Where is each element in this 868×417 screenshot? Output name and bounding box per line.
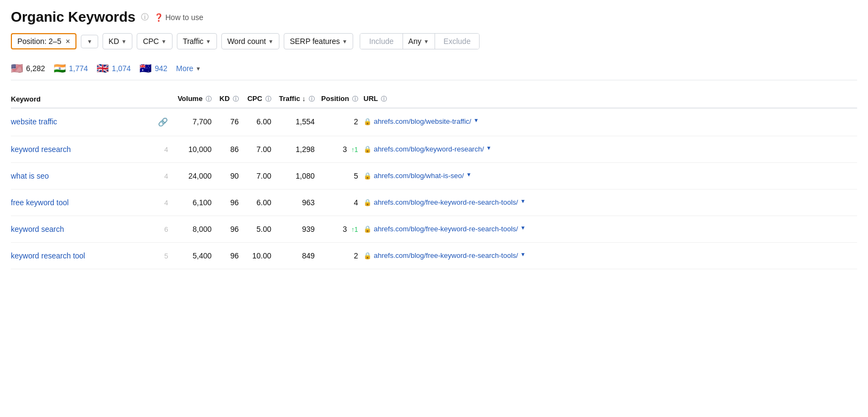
link-icon: 🔗 — [158, 117, 168, 127]
volume-cell: 7,700 — [174, 108, 217, 136]
url-dropdown-icon[interactable]: ▼ — [520, 198, 526, 204]
more-countries-button[interactable]: More ▼ — [176, 64, 201, 73]
url-cell: 🔒ahrefs.com/blog/free-keyword-re-search-… — [363, 216, 857, 243]
url-link[interactable]: ahrefs.com/blog/free-keyword-re-search-t… — [374, 251, 518, 260]
word-count-filter[interactable]: Word count ▼ — [221, 33, 279, 49]
url-dropdown-icon[interactable]: ▼ — [486, 145, 492, 151]
filter-bar: Position: 2–5 × ▼ KD ▼ CPC ▼ Traffic ▼ W… — [11, 33, 857, 49]
any-dropdown[interactable]: Any ▼ — [403, 34, 435, 49]
col-header-cpc[interactable]: CPC ⓘ — [244, 90, 277, 108]
country-us[interactable]: 🇺🇸 6,282 — [11, 62, 45, 74]
country-in-count: 1,774 — [69, 64, 88, 73]
chevron-down-icon: ▼ — [268, 39, 273, 45]
badge-cell: 6 — [152, 216, 174, 243]
col-header-volume[interactable]: Volume ⓘ — [174, 90, 217, 108]
table-row: website traffic🔗7,700766.001,5542🔒ahrefs… — [11, 108, 857, 136]
keyword-link[interactable]: website traffic — [11, 117, 57, 126]
title-info-icon[interactable]: ⓘ — [141, 12, 149, 22]
col-header-position[interactable]: Position ⓘ — [320, 90, 363, 108]
table-body: website traffic🔗7,700766.001,5542🔒ahrefs… — [11, 108, 857, 269]
keyword-cell: what is seo — [11, 163, 152, 189]
url-cell: 🔒ahrefs.com/blog/what-is-seo/▼ — [363, 163, 857, 189]
flag-in: 🇮🇳 — [54, 62, 66, 74]
col-header-keyword: Keyword — [11, 90, 152, 108]
word-count-badge: 4 — [164, 146, 168, 154]
position-filter-chip[interactable]: Position: 2–5 × — [11, 33, 76, 49]
country-au[interactable]: 🇦🇺 942 — [139, 62, 167, 74]
country-au-count: 942 — [155, 64, 167, 73]
keyword-link[interactable]: keyword research — [11, 145, 71, 154]
url-link[interactable]: ahrefs.com/blog/free-keyword-re-search-t… — [374, 225, 518, 233]
table-row: keyword research410,000867.001,2983 ↑1🔒a… — [11, 136, 857, 163]
keyword-cell: free keyword tool — [11, 189, 152, 216]
table-row: keyword research tool55,4009610.008492🔒a… — [11, 243, 857, 269]
position-cell: 3 ↑1 — [320, 216, 363, 243]
position-dropdown[interactable]: ▼ — [81, 35, 98, 48]
serp-features-filter[interactable]: SERP features ▼ — [284, 33, 353, 49]
kd-cell: 90 — [217, 163, 244, 189]
lock-icon: 🔒 — [363, 172, 372, 180]
keyword-cell: website traffic — [11, 108, 152, 136]
volume-cell: 5,400 — [174, 243, 217, 269]
country-in[interactable]: 🇮🇳 1,774 — [54, 62, 88, 74]
traffic-filter[interactable]: Traffic ▼ — [177, 33, 217, 49]
include-input[interactable]: Include — [360, 34, 403, 49]
lock-icon: 🔒 — [363, 118, 372, 125]
url-dropdown-icon[interactable]: ▼ — [474, 117, 479, 123]
keyword-cell: keyword research tool — [11, 243, 152, 269]
exclude-input[interactable]: Exclude — [435, 34, 480, 49]
url-cell: 🔒ahrefs.com/blog/free-keyword-re-search-… — [363, 189, 857, 216]
url-dropdown-icon[interactable]: ▼ — [466, 172, 471, 178]
keyword-cell: keyword research — [11, 136, 152, 163]
col-header-badge — [152, 90, 174, 108]
url-dropdown-icon[interactable]: ▼ — [520, 251, 526, 257]
cpc-filter[interactable]: CPC ▼ — [137, 33, 172, 49]
position-filter-close[interactable]: × — [66, 37, 70, 45]
keyword-link[interactable]: keyword search — [11, 225, 64, 233]
country-gb-count: 1,074 — [112, 64, 131, 73]
chevron-down-icon: ▼ — [195, 66, 201, 72]
how-to-use-link[interactable]: ❓ How to use — [154, 13, 203, 22]
keyword-link[interactable]: what is seo — [11, 172, 49, 180]
kd-filter[interactable]: KD ▼ — [103, 33, 132, 49]
traffic-cell: 1,554 — [277, 108, 320, 136]
cpc-cell: 6.00 — [244, 108, 277, 136]
url-link[interactable]: ahrefs.com/blog/keyword-research/ — [374, 145, 484, 153]
volume-cell: 8,000 — [174, 216, 217, 243]
lock-icon: 🔒 — [363, 199, 372, 206]
url-link[interactable]: ahrefs.com/blog/free-keyword-re-search-t… — [374, 198, 518, 206]
table-row: what is seo424,000907.001,0805🔒ahrefs.co… — [11, 163, 857, 189]
position-filter-label: Position: 2–5 — [17, 37, 61, 46]
chevron-down-icon: ▼ — [122, 39, 127, 45]
url-link[interactable]: ahrefs.com/blog/website-traffic/ — [374, 117, 471, 125]
traffic-cell: 849 — [277, 243, 320, 269]
col-header-traffic[interactable]: Traffic ↓ ⓘ — [277, 90, 320, 108]
volume-cell: 6,100 — [174, 189, 217, 216]
col-header-url[interactable]: URL ⓘ — [363, 90, 857, 108]
kd-cell: 76 — [217, 108, 244, 136]
chevron-down-icon: ▼ — [206, 39, 211, 45]
chevron-down-icon: ▼ — [342, 39, 348, 45]
lock-icon: 🔒 — [363, 146, 372, 153]
url-cell: 🔒ahrefs.com/blog/keyword-research/▼ — [363, 136, 857, 163]
country-gb[interactable]: 🇬🇧 1,074 — [97, 62, 131, 74]
table-row: keyword search68,000965.009393 ↑1🔒ahrefs… — [11, 216, 857, 243]
url-link[interactable]: ahrefs.com/blog/what-is-seo/ — [374, 172, 464, 180]
position-cell: 3 ↑1 — [320, 136, 363, 163]
include-exclude-group: Include Any ▼ Exclude — [360, 33, 480, 49]
traffic-cell: 939 — [277, 216, 320, 243]
url-cell: 🔒ahrefs.com/blog/free-keyword-re-search-… — [363, 243, 857, 269]
country-us-count: 6,282 — [26, 64, 45, 73]
traffic-cell: 1,298 — [277, 136, 320, 163]
cpc-cell: 10.00 — [244, 243, 277, 269]
flag-gb: 🇬🇧 — [97, 62, 108, 74]
keyword-link[interactable]: keyword research tool — [11, 251, 85, 260]
chevron-down-icon: ▼ — [161, 39, 167, 45]
position-cell: 2 — [320, 243, 363, 269]
badge-cell: 4 — [152, 136, 174, 163]
url-dropdown-icon[interactable]: ▼ — [520, 225, 526, 231]
col-header-kd[interactable]: KD ⓘ — [217, 90, 244, 108]
keyword-link[interactable]: free keyword tool — [11, 198, 69, 207]
kd-cell: 96 — [217, 243, 244, 269]
position-change: ↑1 — [351, 146, 358, 154]
